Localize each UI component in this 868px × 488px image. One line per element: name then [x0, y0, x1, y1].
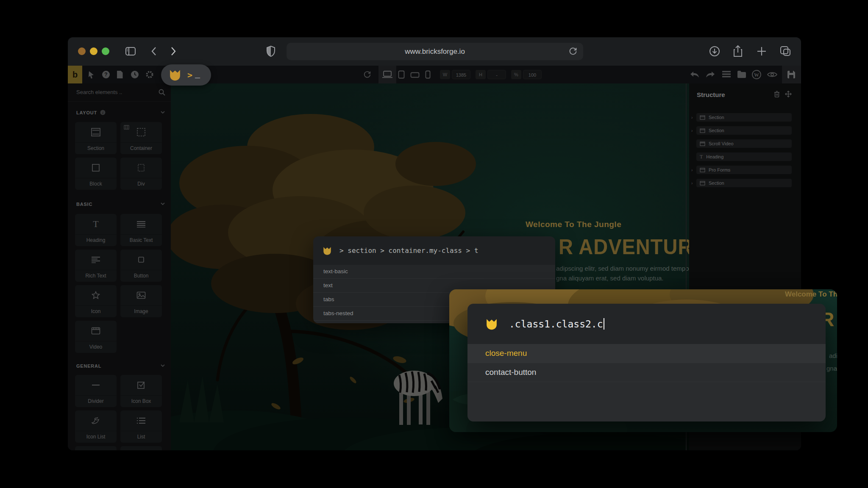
- class-query-text: .class1.class2.c: [509, 319, 603, 330]
- terminal-cursor: _: [195, 68, 200, 78]
- share-icon[interactable]: [732, 45, 743, 58]
- privacy-shield-icon[interactable]: [266, 46, 275, 57]
- downloads-icon[interactable]: [709, 45, 721, 57]
- bricksforge-wolf-icon: [169, 69, 181, 81]
- preview-hero-body-line: adipscing elitr, sed diam nonumy eirmod …: [829, 352, 837, 359]
- reload-icon[interactable]: [569, 47, 577, 56]
- back-button-icon[interactable]: [150, 46, 157, 56]
- browser-chrome: www.bricksforge.io: [68, 37, 801, 66]
- palette-result-item[interactable]: text-basic: [313, 265, 555, 279]
- traffic-light-zoom[interactable]: [102, 47, 109, 55]
- forward-button-icon[interactable]: [170, 46, 177, 56]
- bricksforge-command-pill[interactable]: > _: [161, 64, 211, 86]
- command-query: > section > container.my-class > t: [339, 247, 479, 255]
- address-bar[interactable]: www.bricksforge.io: [287, 43, 583, 60]
- tab-overview-icon[interactable]: [779, 45, 792, 57]
- class-suggestions: close-menu contact-button: [467, 344, 826, 421]
- class-query-input[interactable]: .class1.class2.c: [467, 304, 826, 344]
- command-palette-input[interactable]: > section > container.my-class > t: [313, 236, 555, 265]
- preview-hero-body-line: gna aliquyam erat, sed diam voluptua.: [826, 365, 837, 372]
- bricksforge-wolf-icon: [323, 246, 332, 255]
- traffic-light-close[interactable]: [78, 47, 86, 55]
- command-palette-classes: .class1.class2.c close-menu contact-butt…: [467, 304, 826, 421]
- text-cursor: [604, 318, 604, 330]
- bricksforge-wolf-icon: [485, 318, 498, 330]
- class-suggestion-close-menu[interactable]: close-menu: [467, 344, 826, 363]
- sidebar-toggle-icon[interactable]: [125, 46, 136, 56]
- new-tab-icon[interactable]: [756, 46, 767, 57]
- class-suggestion-contact-button[interactable]: contact-button: [467, 363, 826, 382]
- screenshot-stage: www.bricksforge.io: [0, 0, 868, 488]
- preview-hero-subtitle: Welcome To The Jungle: [785, 290, 837, 299]
- traffic-light-minimize[interactable]: [90, 47, 97, 55]
- terminal-prompt: >: [187, 70, 192, 80]
- address-bar-url: www.bricksforge.io: [287, 43, 583, 60]
